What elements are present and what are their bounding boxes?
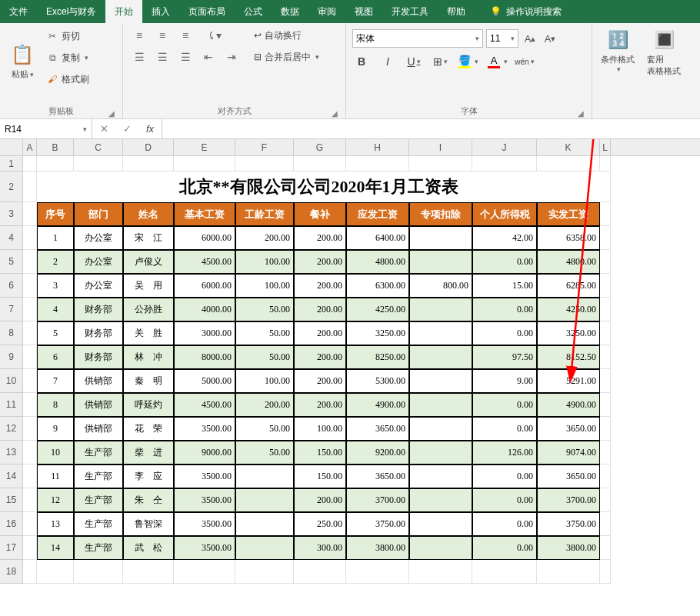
table-cell[interactable]: 生产部 xyxy=(74,512,123,536)
cell[interactable] xyxy=(472,560,537,584)
table-cell[interactable]: 4800.00 xyxy=(346,250,409,274)
wrap-text-button[interactable]: ↩自动换行 xyxy=(251,26,322,45)
table-cell[interactable]: 公孙胜 xyxy=(123,298,174,321)
table-cell[interactable]: 3800.00 xyxy=(346,536,409,560)
cell[interactable] xyxy=(235,156,294,171)
table-cell[interactable]: 3750.00 xyxy=(537,512,600,536)
align-left-button[interactable]: ☰ xyxy=(129,48,149,66)
table-cell[interactable]: 0.00 xyxy=(472,393,537,417)
table-cell[interactable]: 供销部 xyxy=(74,369,123,393)
table-cell[interactable]: 7 xyxy=(37,369,74,393)
table-cell[interactable]: 50.00 xyxy=(235,321,294,345)
table-cell[interactable]: 50.00 xyxy=(235,298,294,321)
row-header-5[interactable]: 5 xyxy=(0,250,23,274)
table-cell[interactable]: 秦 明 xyxy=(123,369,174,393)
cell[interactable] xyxy=(174,156,235,171)
table-cell[interactable]: 4900.00 xyxy=(537,393,600,417)
align-bottom-button[interactable]: ≡ xyxy=(175,26,195,45)
table-cell[interactable] xyxy=(409,250,472,274)
cell[interactable] xyxy=(123,560,174,584)
cell[interactable] xyxy=(600,560,611,584)
table-cell[interactable]: 办公室 xyxy=(74,274,123,298)
bold-button[interactable]: B xyxy=(352,52,371,71)
table-cell[interactable] xyxy=(409,417,472,441)
menu-数据[interactable]: 数据 xyxy=(272,0,308,23)
row-header-6[interactable]: 6 xyxy=(0,274,23,298)
table-cell[interactable]: 200.00 xyxy=(294,274,346,298)
table-cell[interactable]: 财务部 xyxy=(74,345,123,369)
table-cell[interactable]: 3500.00 xyxy=(174,464,235,488)
row-header-12[interactable]: 12 xyxy=(0,417,23,441)
table-cell[interactable]: 200.00 xyxy=(294,226,346,250)
table-cell[interactable]: 柴 进 xyxy=(123,441,174,464)
table-header[interactable]: 个人所得税 xyxy=(472,202,537,226)
col-header-L[interactable]: L xyxy=(600,139,611,155)
select-all-corner[interactable] xyxy=(0,139,23,155)
tell-me-search[interactable]: 💡操作说明搜索 xyxy=(481,0,571,23)
menu-Excel与财务[interactable]: Excel与财务 xyxy=(37,0,105,23)
cell[interactable] xyxy=(600,393,611,417)
table-cell[interactable]: 财务部 xyxy=(74,321,123,345)
table-cell[interactable]: 100.00 xyxy=(294,417,346,441)
col-header-D[interactable]: D xyxy=(123,139,174,155)
table-cell[interactable]: 97.50 xyxy=(472,345,537,369)
col-header-A[interactable]: A xyxy=(23,139,37,155)
cell[interactable] xyxy=(23,512,37,536)
menu-文件[interactable]: 文件 xyxy=(0,0,37,23)
row-header-2[interactable]: 2 xyxy=(0,171,23,202)
table-cell[interactable]: 0.00 xyxy=(472,512,537,536)
cell[interactable] xyxy=(600,321,611,345)
name-box[interactable]: R14▾ xyxy=(0,119,92,138)
table-header[interactable]: 实发工资 xyxy=(537,202,600,226)
table-header[interactable]: 序号 xyxy=(37,202,74,226)
table-cell[interactable]: 3700.00 xyxy=(537,488,600,512)
row-header-17[interactable]: 17 xyxy=(0,536,23,560)
menu-视图[interactable]: 视图 xyxy=(345,0,382,23)
table-cell[interactable]: 生产部 xyxy=(74,536,123,560)
table-cell[interactable]: 生产部 xyxy=(74,464,123,488)
table-cell[interactable]: 6400.00 xyxy=(346,226,409,250)
underline-button[interactable]: U▾ xyxy=(405,52,423,71)
table-cell[interactable] xyxy=(409,369,472,393)
cell[interactable] xyxy=(600,369,611,393)
paste-button[interactable]: 📋 粘贴▾ xyxy=(6,26,38,94)
cell[interactable] xyxy=(74,156,123,171)
table-cell[interactable] xyxy=(409,393,472,417)
table-cell[interactable] xyxy=(235,512,294,536)
cell[interactable] xyxy=(74,560,123,584)
cell[interactable] xyxy=(23,560,37,584)
table-cell[interactable]: 6300.00 xyxy=(346,274,409,298)
table-cell[interactable] xyxy=(409,226,472,250)
table-cell[interactable]: 0.00 xyxy=(472,488,537,512)
table-cell[interactable]: 吴 用 xyxy=(123,274,174,298)
col-header-J[interactable]: J xyxy=(472,139,537,155)
table-cell[interactable]: 100.00 xyxy=(235,369,294,393)
cell[interactable] xyxy=(23,369,37,393)
table-cell[interactable] xyxy=(235,464,294,488)
table-cell[interactable]: 供销部 xyxy=(74,417,123,441)
table-cell[interactable] xyxy=(409,464,472,488)
cell[interactable] xyxy=(23,226,37,250)
table-cell[interactable]: 6358.00 xyxy=(537,226,600,250)
table-cell[interactable]: 50.00 xyxy=(235,441,294,464)
table-cell[interactable] xyxy=(409,488,472,512)
cell[interactable] xyxy=(409,560,472,584)
table-header[interactable]: 餐补 xyxy=(294,202,346,226)
col-header-C[interactable]: C xyxy=(74,139,123,155)
table-cell[interactable]: 300.00 xyxy=(294,536,346,560)
accept-formula-button[interactable]: ✓ xyxy=(115,123,138,135)
align-middle-button[interactable]: ≡ xyxy=(152,26,172,45)
phonetic-button[interactable]: wén▾ xyxy=(515,52,534,71)
table-cell[interactable]: 4250.00 xyxy=(346,298,409,321)
table-cell[interactable]: 4500.00 xyxy=(174,393,235,417)
table-cell[interactable]: 0.00 xyxy=(472,321,537,345)
table-cell[interactable]: 150.00 xyxy=(294,464,346,488)
cell[interactable] xyxy=(23,321,37,345)
cell[interactable] xyxy=(23,417,37,441)
conditional-format-button[interactable]: 🔢 条件格式▾ xyxy=(598,26,637,73)
table-cell[interactable]: 5000.00 xyxy=(174,369,235,393)
cell[interactable] xyxy=(600,464,611,488)
cut-button[interactable]: ✂剪切 xyxy=(43,26,92,46)
table-cell[interactable]: 11 xyxy=(37,464,74,488)
table-cell[interactable] xyxy=(235,488,294,512)
